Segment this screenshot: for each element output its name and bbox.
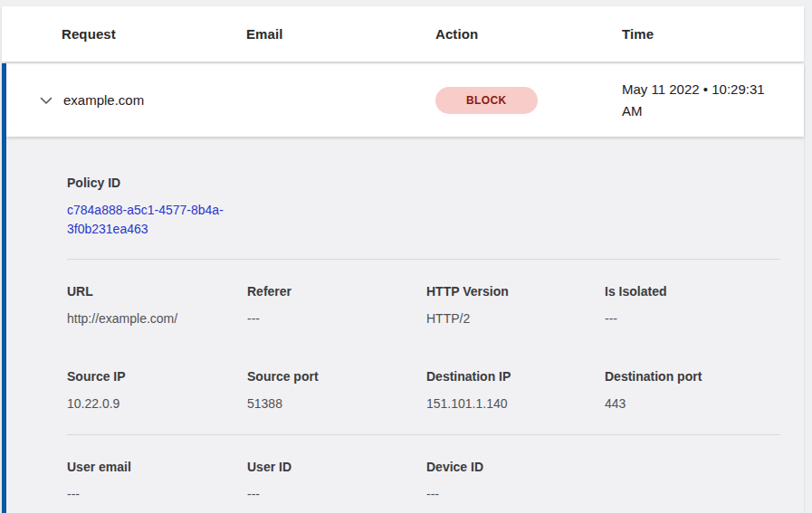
referer-field: Referer ---: [247, 284, 426, 327]
action-badge-block: BLOCK: [435, 87, 538, 114]
section-divider: [67, 259, 780, 260]
chevron-down-icon[interactable]: [39, 93, 53, 108]
column-header-email: Email: [246, 26, 435, 42]
empty-cell: [605, 460, 780, 502]
http-version-field: HTTP Version HTTP/2: [426, 284, 605, 327]
column-header-time: Time: [622, 26, 804, 42]
user-email-field: User email ---: [67, 460, 247, 502]
source-port-label: Source port: [247, 369, 426, 385]
source-port-value: 51388: [247, 396, 426, 412]
source-ip-label: Source IP: [67, 369, 247, 385]
time-cell: May 11 2022 • 10:29:31 AM: [622, 79, 781, 122]
detail-grid-row-user: User email --- User ID --- Device ID ---: [67, 460, 780, 502]
destination-port-field: Destination port 443: [605, 369, 780, 412]
policy-id-label: Policy ID: [67, 176, 780, 191]
policy-id-field: Policy ID c784a888-a5c1-4577-8b4a-3f0b23…: [67, 176, 780, 239]
section-divider: [67, 434, 780, 435]
http-version-label: HTTP Version: [426, 284, 605, 299]
referer-label: Referer: [247, 284, 426, 299]
action-cell: BLOCK: [435, 87, 622, 114]
log-row-example-com[interactable]: example.com BLOCK May 11 2022 • 10:29:31…: [6, 63, 804, 137]
request-domain: example.com: [63, 92, 246, 108]
source-port-field: Source port 51388: [247, 369, 426, 412]
is-isolated-field: Is Isolated ---: [605, 284, 780, 327]
destination-ip-field: Destination IP 151.101.1.140: [426, 369, 605, 412]
table-header-row: Request Email Action Time: [2, 6, 804, 62]
device-id-value: ---: [426, 487, 605, 502]
detail-grid-row-http: URL http://example.com/ Referer --- HTTP…: [67, 284, 780, 327]
device-id-label: Device ID: [426, 460, 605, 475]
destination-port-label: Destination port: [605, 369, 780, 385]
user-id-value: ---: [247, 487, 426, 502]
device-id-field: Device ID ---: [426, 460, 605, 502]
column-header-action: Action: [435, 26, 622, 42]
url-field: URL http://example.com/: [67, 284, 247, 327]
policy-id-link[interactable]: c784a888-a5c1-4577-8b4a-3f0b231ea463: [67, 201, 244, 239]
user-id-label: User ID: [247, 460, 426, 475]
source-ip-field: Source IP 10.22.0.9: [67, 369, 247, 412]
log-detail-panel: Policy ID c784a888-a5c1-4577-8b4a-3f0b23…: [6, 137, 804, 513]
column-header-request: Request: [62, 26, 246, 42]
destination-ip-label: Destination IP: [426, 369, 605, 385]
is-isolated-value: ---: [605, 311, 780, 327]
expanded-log-entry: example.com BLOCK May 11 2022 • 10:29:31…: [2, 63, 804, 513]
destination-port-value: 443: [605, 396, 780, 412]
is-isolated-label: Is Isolated: [605, 284, 780, 299]
destination-ip-value: 151.101.1.140: [426, 396, 605, 412]
http-version-value: HTTP/2: [426, 311, 605, 327]
user-email-label: User email: [67, 460, 247, 475]
source-ip-value: 10.22.0.9: [67, 396, 247, 412]
user-email-value: ---: [67, 487, 247, 502]
url-label: URL: [67, 284, 247, 299]
user-id-field: User ID ---: [247, 460, 426, 502]
referer-value: ---: [247, 311, 426, 327]
detail-grid-row-network: Source IP 10.22.0.9 Source port 51388 De…: [67, 369, 780, 412]
url-value: http://example.com/: [67, 311, 247, 327]
